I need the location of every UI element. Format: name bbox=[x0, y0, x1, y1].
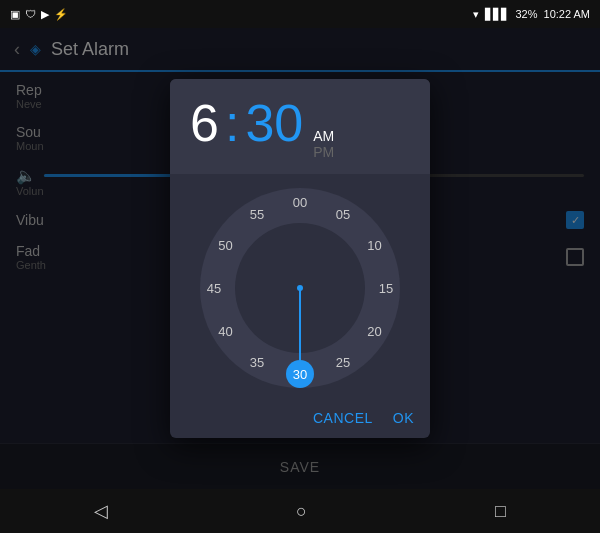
dialog-header: 6 : 30 AM PM bbox=[170, 79, 430, 174]
nav-bar: ◁ ○ □ bbox=[0, 489, 600, 533]
ok-button[interactable]: OK bbox=[393, 410, 414, 426]
clock-number-00[interactable]: 00 bbox=[293, 195, 307, 210]
shield-icon: 🛡 bbox=[25, 8, 36, 20]
back-nav-icon[interactable]: ◁ bbox=[94, 500, 108, 522]
clock-number-50[interactable]: 50 bbox=[218, 238, 232, 253]
clock-number-30[interactable]: 30 bbox=[286, 360, 314, 388]
time-hour: 6 bbox=[190, 97, 219, 149]
status-right: ▾ ▋▋▋ 32% 10:22 AM bbox=[473, 8, 590, 21]
pm-label[interactable]: PM bbox=[313, 144, 334, 160]
clock-number-45[interactable]: 45 bbox=[207, 281, 221, 296]
clock-number-10[interactable]: 10 bbox=[367, 238, 381, 253]
status-icons-left: ▣ 🛡 ▶ ⚡ bbox=[10, 8, 68, 21]
play-icon: ▶ bbox=[41, 8, 49, 21]
modal-overlay: 6 : 30 AM PM 000510152025303540455055 CA… bbox=[0, 28, 600, 489]
clock-number-40[interactable]: 40 bbox=[218, 324, 232, 339]
status-bar: ▣ 🛡 ▶ ⚡ ▾ ▋▋▋ 32% 10:22 AM bbox=[0, 0, 600, 28]
clock-face[interactable]: 000510152025303540455055 bbox=[200, 188, 400, 388]
status-time: 10:22 AM bbox=[544, 8, 590, 20]
bolt-icon: ⚡ bbox=[54, 8, 68, 21]
notification-icon: ▣ bbox=[10, 8, 20, 21]
clock-number-05[interactable]: 05 bbox=[336, 206, 350, 221]
dialog-actions: CANCEL OK bbox=[170, 402, 430, 438]
clock-container: 000510152025303540455055 bbox=[170, 174, 430, 402]
signal-icon: ▋▋▋ bbox=[485, 8, 509, 21]
am-label[interactable]: AM bbox=[313, 128, 334, 144]
battery-level: 32% bbox=[515, 8, 537, 20]
clock-number-15[interactable]: 15 bbox=[379, 281, 393, 296]
clock-center-dot bbox=[297, 285, 303, 291]
clock-number-20[interactable]: 20 bbox=[367, 324, 381, 339]
cancel-button[interactable]: CANCEL bbox=[313, 410, 373, 426]
clock-number-25[interactable]: 25 bbox=[336, 355, 350, 370]
wifi-icon: ▾ bbox=[473, 8, 479, 21]
time-minute: 30 bbox=[245, 97, 303, 149]
home-nav-icon[interactable]: ○ bbox=[296, 501, 307, 522]
time-colon: : bbox=[225, 97, 239, 149]
clock-number-35[interactable]: 35 bbox=[250, 355, 264, 370]
ampm-selector[interactable]: AM PM bbox=[313, 128, 334, 160]
clock-number-55[interactable]: 55 bbox=[250, 206, 264, 221]
alarm-time-dialog: 6 : 30 AM PM 000510152025303540455055 CA… bbox=[170, 79, 430, 438]
recent-nav-icon[interactable]: □ bbox=[495, 501, 506, 522]
